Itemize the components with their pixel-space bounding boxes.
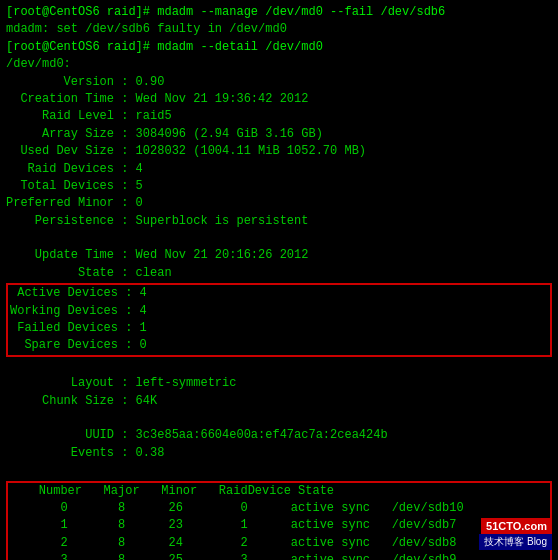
state-line: State : clean [6,265,552,282]
spare-devices-line: Spare Devices : 0 [10,337,548,354]
error-line-1: mdadm: set /dev/sdb6 faulty in /dev/md0 [6,21,552,38]
chunk-size-line: Chunk Size : 64K [6,393,552,410]
devices-highlight-box: Active Devices : 4 Working Devices : 4 F… [6,283,552,357]
active-devices-line: Active Devices : 4 [10,285,548,302]
uuid-line: UUID : 3c3e85aa:6604e00a:ef47ac7a:2cea42… [6,427,552,444]
total-devices-line: Total Devices : 5 [6,178,552,195]
device-path: /dev/md0: [6,56,552,73]
watermark-blog: 技术博客 Blog [479,534,552,550]
used-dev-size-line: Used Dev Size : 1028032 (1004.11 MiB 105… [6,143,552,160]
version-line: Version : 0.90 [6,74,552,91]
device-table-box: Number Major Minor RaidDevice State 0 8 … [6,481,552,560]
watermark-site: 51CTO.com [481,518,552,534]
table-row-0: 0 8 26 0 active sync /dev/sdb10 [10,500,548,517]
command-line-1: [root@CentOS6 raid]# mdadm --manage /dev… [6,4,552,21]
update-time-line: Update Time : Wed Nov 21 20:16:26 2012 [6,247,552,264]
working-devices-line: Working Devices : 4 [10,303,548,320]
blank-4 [6,462,552,479]
failed-devices-line: Failed Devices : 1 [10,320,548,337]
table-row-1: 1 8 23 1 active sync /dev/sdb7 [10,517,548,534]
array-size-line: Array Size : 3084096 (2.94 GiB 3.16 GB) [6,126,552,143]
layout-line: Layout : left-symmetric [6,375,552,392]
terminal: [root@CentOS6 raid]# mdadm --manage /dev… [0,0,558,560]
events-line: Events : 0.38 [6,445,552,462]
watermark: 51CTO.com 技术博客 Blog [479,518,552,550]
table-header: Number Major Minor RaidDevice State [10,483,548,500]
creation-time-line: Creation Time : Wed Nov 21 19:36:42 2012 [6,91,552,108]
blank-3 [6,410,552,427]
persistence-line: Persistence : Superblock is persistent [6,213,552,230]
blank-1 [6,230,552,247]
raid-level-line: Raid Level : raid5 [6,108,552,125]
blank-2 [6,358,552,375]
preferred-minor-line: Preferred Minor : 0 [6,195,552,212]
table-row-3: 3 8 25 3 active sync /dev/sdb9 [10,552,548,560]
command-line-2: [root@CentOS6 raid]# mdadm --detail /dev… [6,39,552,56]
table-row-2: 2 8 24 2 active sync /dev/sdb8 [10,535,548,552]
raid-devices-line: Raid Devices : 4 [6,161,552,178]
